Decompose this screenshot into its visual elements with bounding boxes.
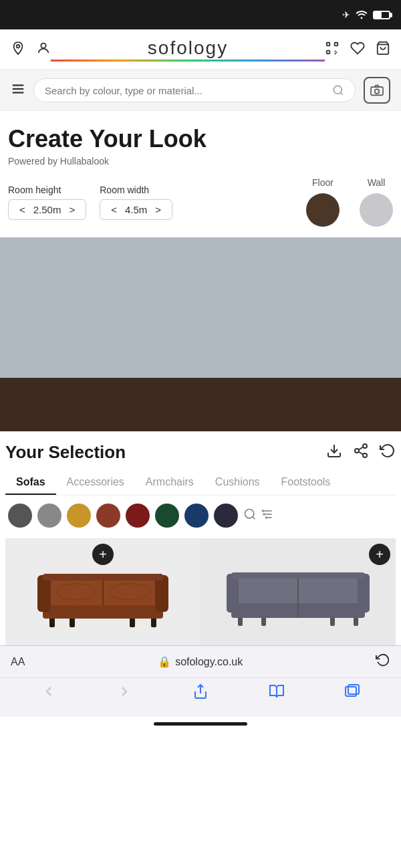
filter-list-icon[interactable] <box>261 508 274 524</box>
swatch-green[interactable] <box>155 504 179 528</box>
tab-footstools[interactable]: Footstools <box>271 471 342 495</box>
share-icon[interactable] <box>353 443 369 463</box>
refresh-icon[interactable] <box>380 443 396 463</box>
nav-share-button[interactable] <box>192 683 209 703</box>
floor-color-control: Floor <box>306 177 340 227</box>
room-width-decrease[interactable]: < <box>111 204 117 215</box>
lock-icon: 🔒 <box>158 655 171 668</box>
camera-button[interactable] <box>364 77 390 104</box>
selection-actions <box>326 443 396 463</box>
selection-title: Your Selection <box>5 442 126 463</box>
account-icon[interactable] <box>36 41 51 59</box>
selection-section: Your Selection <box>0 431 401 645</box>
svg-point-14 <box>363 444 367 448</box>
logo-text: sofology <box>51 37 325 59</box>
search-input[interactable] <box>45 85 327 96</box>
svg-rect-33 <box>37 575 51 612</box>
color-controls: Floor Wall <box>306 177 393 227</box>
wall-color-picker[interactable] <box>360 193 393 227</box>
swatch-terracotta[interactable] <box>96 504 120 528</box>
room-height-decrease[interactable]: < <box>19 204 25 215</box>
powered-by-text: Powered by Hullabalook <box>5 156 396 167</box>
gray-sofa-image <box>221 555 375 629</box>
swatch-navy[interactable] <box>184 504 209 528</box>
svg-line-18 <box>359 447 364 449</box>
filter-icons <box>243 508 274 524</box>
browser-reload-button[interactable] <box>376 653 390 671</box>
scan-icon[interactable] <box>325 41 340 59</box>
room-height-stepper[interactable]: < 2.50m > <box>8 199 86 220</box>
download-icon[interactable] <box>326 443 342 463</box>
cart-icon[interactable] <box>376 41 390 59</box>
main-content: Create Your Look Powered by Hullabalook … <box>0 111 401 227</box>
svg-rect-46 <box>358 574 370 613</box>
browser-bar: AA 🔒 sofology.co.uk <box>0 645 401 677</box>
svg-point-1 <box>41 43 45 47</box>
swatch-burgundy[interactable] <box>126 504 150 528</box>
tab-cushions[interactable]: Cushions <box>205 471 271 495</box>
url-text: sofology.co.uk <box>175 656 243 668</box>
status-bar: ✈ <box>0 0 401 29</box>
room-height-label: Room height <box>8 185 86 195</box>
room-width-increase[interactable]: > <box>155 204 161 215</box>
search-filter-icon[interactable] <box>243 508 257 524</box>
swatch-gray[interactable] <box>37 504 61 528</box>
wifi-icon <box>356 9 368 21</box>
tab-accessories[interactable]: Accessories <box>56 471 135 495</box>
header-right-icons <box>325 41 390 59</box>
swatch-gold[interactable] <box>67 504 91 528</box>
status-icons: ✈ <box>342 9 390 21</box>
page-title: Create Your Look <box>5 124 396 153</box>
product-card-2: + <box>200 538 396 645</box>
svg-point-9 <box>333 86 342 94</box>
location-icon[interactable] <box>11 41 25 59</box>
product-grid: + <box>5 538 396 645</box>
room-controls: Room height < 2.50m > Room width < 4.5m … <box>5 177 396 227</box>
floor-color-picker[interactable] <box>306 193 340 227</box>
browser-nav <box>0 677 401 717</box>
svg-point-16 <box>363 453 367 457</box>
battery-icon <box>373 11 390 19</box>
wall-color-control: Wall <box>360 177 393 227</box>
tab-sofas[interactable]: Sofas <box>5 471 56 495</box>
svg-point-24 <box>262 510 264 512</box>
room-floor <box>0 378 401 431</box>
product-card-1: + <box>5 538 200 645</box>
header: sofology <box>0 29 401 70</box>
nav-forward-button[interactable] <box>116 683 132 703</box>
room-height-increase[interactable]: > <box>69 204 75 215</box>
search-input-wrapper[interactable] <box>33 78 356 102</box>
category-tabs: Sofas Accessories Armchairs Cushions Foo… <box>5 471 396 496</box>
swatch-charcoal[interactable] <box>8 504 32 528</box>
room-width-group: Room width < 4.5m > <box>100 185 172 220</box>
swatch-darknavy[interactable] <box>214 504 238 528</box>
svg-point-19 <box>245 509 254 518</box>
brown-leather-sofa-image <box>29 555 176 629</box>
nav-tabs-button[interactable] <box>344 683 360 703</box>
nav-bookmarks-button[interactable] <box>269 683 285 703</box>
nav-back-button[interactable] <box>41 683 57 703</box>
hamburger-icon[interactable] <box>11 82 25 100</box>
svg-point-15 <box>355 449 359 453</box>
svg-rect-34 <box>155 575 168 612</box>
svg-line-17 <box>359 451 364 454</box>
svg-point-26 <box>265 516 267 518</box>
wishlist-icon[interactable] <box>350 41 365 59</box>
svg-rect-45 <box>227 574 239 613</box>
room-preview <box>0 237 401 431</box>
home-bar <box>154 722 247 726</box>
tab-armchairs[interactable]: Armchairs <box>135 471 205 495</box>
search-icon <box>332 84 344 96</box>
browser-aa-label[interactable]: AA <box>11 656 25 668</box>
room-height-value: 2.50m <box>33 204 61 215</box>
svg-line-10 <box>340 92 342 94</box>
home-indicator <box>0 717 401 728</box>
logo-underline <box>51 60 325 62</box>
svg-rect-36 <box>43 574 163 580</box>
add-product-1-button[interactable]: + <box>92 544 114 565</box>
svg-rect-3 <box>335 42 338 45</box>
room-width-stepper[interactable]: < 4.5m > <box>100 199 172 220</box>
color-swatches <box>5 504 396 528</box>
add-product-2-button[interactable]: + <box>369 544 390 565</box>
browser-url-display[interactable]: 🔒 sofology.co.uk <box>158 655 243 668</box>
